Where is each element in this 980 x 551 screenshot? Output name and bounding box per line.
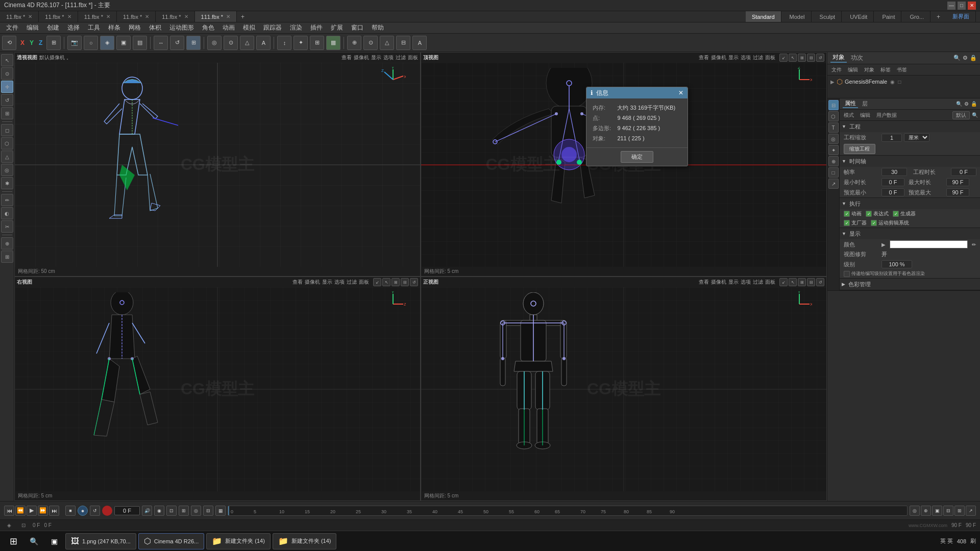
vp-br-ctrl1[interactable]: ↙ (779, 278, 788, 286)
rp-icon-t[interactable]: T (828, 122, 839, 133)
menu-volume[interactable]: 体积 (145, 22, 165, 34)
info-close-button[interactable]: ✕ (678, 89, 683, 96)
vp-bl-filter[interactable]: 过滤 (347, 279, 357, 286)
tool-select[interactable]: ↖ (1, 54, 13, 66)
tool-move[interactable]: ✛ (1, 81, 13, 93)
menu-character[interactable]: 角色 (198, 22, 218, 34)
section-display-header[interactable]: ▼ 显示 (840, 228, 980, 239)
rp-gear-icon[interactable]: ⚙ (963, 55, 968, 61)
btn-play[interactable]: ▶ (27, 506, 37, 516)
vp-tl-cam[interactable]: 摄像机 (354, 54, 369, 61)
section-timing-header[interactable]: ▼ 时间轴 (840, 156, 980, 167)
color-edit-icon[interactable]: ✏ (972, 242, 976, 247)
vp-bl-ctrl5[interactable]: ↺ (410, 278, 418, 286)
menu-help[interactable]: 帮助 (368, 22, 388, 34)
axis-x-toggle[interactable]: X (18, 39, 27, 46)
vp-tl-display[interactable]: 显示 (371, 54, 381, 61)
menu-spline[interactable]: 样条 (104, 22, 125, 34)
toolbar-snap1[interactable]: ⊕ (347, 36, 361, 50)
vp-bl-options[interactable]: 选项 (334, 279, 345, 286)
task-folder2[interactable]: 📁 新建文件夹 (14) (273, 533, 337, 549)
status-anim[interactable]: ⊡ (18, 520, 29, 531)
mode-tab-edit[interactable]: 编辑 (858, 112, 872, 119)
tool-rotate[interactable]: ↺ (1, 94, 13, 106)
menu-render[interactable]: 渲染 (286, 22, 306, 34)
toolbar-scale[interactable]: ⊞ (186, 36, 201, 50)
check-generator[interactable]: ✓ 生成器 (893, 210, 916, 217)
tool-t1[interactable]: ◻ (1, 124, 13, 136)
vp-tr-options[interactable]: 选项 (741, 54, 751, 61)
menu-tracker[interactable]: 跟踪器 (259, 22, 286, 34)
section-color-mgmt-header[interactable]: ▶ 色彩管理 (840, 279, 980, 290)
vp-br-ctrl3[interactable]: ⊞ (798, 278, 806, 286)
vp-tr-cam[interactable]: 摄像机 (711, 54, 726, 61)
min-dur-input[interactable] (881, 178, 904, 186)
shader-checkbox[interactable]: 传递给编写级别设置用于着色器渲染 (844, 270, 925, 277)
menu-mesh[interactable]: 网格 (125, 22, 145, 34)
toolbar-t6[interactable]: ✦ (293, 36, 308, 50)
menu-select[interactable]: 选择 (63, 22, 84, 34)
vp-bl-ctrl2[interactable]: ↖ (382, 278, 390, 286)
btn-end[interactable]: ⏭ (49, 506, 59, 516)
rp-tab-function[interactable]: 功次 (849, 54, 865, 62)
rp-icon-scene[interactable]: □ (828, 167, 839, 178)
vp-bl-ctrl1[interactable]: ↙ (373, 278, 381, 286)
tab-3[interactable]: 11.fbx *✕ (78, 11, 117, 22)
btn-timeline-expand[interactable]: ↗ (966, 506, 976, 516)
toolbar-t3[interactable]: △ (240, 36, 254, 50)
max-dur-input[interactable] (946, 178, 969, 186)
workspace-tab-standard[interactable]: Standard (746, 11, 781, 22)
btn-rec-dot[interactable] (102, 506, 112, 516)
tool-2[interactable]: ⊙ (1, 67, 13, 80)
toolbar-move[interactable]: ↔ (154, 36, 168, 50)
taskview-button[interactable]: ▣ (45, 532, 63, 550)
tab-4[interactable]: 11.fbx *✕ (117, 11, 156, 22)
tool-t5[interactable]: ✱ (1, 177, 13, 189)
section-engineering-header[interactable]: ▼ 工程 (840, 121, 980, 132)
btn-next[interactable]: ⏩ (38, 506, 48, 516)
check-deformer[interactable]: ✓ 支厂器 (844, 219, 867, 227)
rp-tab-object[interactable]: 对象 (830, 53, 847, 63)
vp-bl-display[interactable]: 显示 (322, 279, 332, 286)
tool-t3[interactable]: △ (1, 151, 13, 163)
tab-2[interactable]: 11.fbx *✕ (39, 11, 78, 22)
viewport-perspective[interactable]: 透视视图 默认摄像机 。 查看 摄像机 显示 选项 过滤 面板 (14, 52, 421, 277)
timeline-ruler[interactable]: 0 5 10 15 20 25 30 35 40 45 50 55 60 65 … (228, 506, 908, 516)
btn-t6[interactable]: ⊟ (203, 506, 213, 516)
tab-6[interactable]: 111.fbx *✕ (195, 11, 237, 22)
info-ok-button[interactable]: 确定 (621, 151, 653, 163)
obj-tab-edit[interactable]: 编辑 (846, 66, 860, 73)
btn-record[interactable]: ⏮ (4, 506, 14, 516)
vp-bl-panel[interactable]: 面板 (359, 279, 369, 286)
toolbar-wire[interactable]: ▤ (133, 36, 147, 50)
check-animation[interactable]: ✓ 动画 (844, 210, 862, 217)
btn-timeline-r1[interactable]: ◎ (910, 506, 920, 516)
tool-t4[interactable]: ◎ (1, 164, 13, 176)
vp-tl-options[interactable]: 选项 (383, 54, 394, 61)
toolbar-camera[interactable]: 📷 (67, 36, 82, 50)
color-swatch[interactable] (890, 240, 968, 248)
vp-tr-display[interactable]: 显示 (728, 54, 739, 61)
btn-timeline-r2[interactable]: ⊕ (921, 506, 931, 516)
vp-tl-filter[interactable]: 过滤 (396, 54, 406, 61)
menu-extend[interactable]: 扩展 (327, 22, 347, 34)
viewport-front[interactable]: 正视图 查看 摄像机 显示 选项 过滤 面板 ↙ ↖ ⊞ ⊟ ↺ (421, 277, 827, 501)
toolbar-undo[interactable]: ⟲ (2, 36, 16, 50)
toolbar-shade[interactable]: ▣ (116, 36, 131, 50)
expression-check[interactable]: ✓ (866, 211, 872, 217)
btn-t1[interactable]: 🔊 (142, 506, 152, 516)
animation-check[interactable]: ✓ (844, 211, 850, 217)
btn-rec[interactable]: ■ (65, 506, 76, 516)
taskbar-lang[interactable]: 英 英 (940, 537, 953, 545)
vp-br-cam[interactable]: 摄像机 (711, 279, 726, 286)
motion-check[interactable]: ✓ (871, 220, 877, 226)
vp-bl-ctrl4[interactable]: ⊟ (401, 278, 409, 286)
btn-t3[interactable]: ⊡ (166, 506, 177, 516)
tab-add-button[interactable]: + (237, 13, 249, 20)
obj-tab-obj[interactable]: 对象 (862, 66, 876, 73)
check-expression[interactable]: ✓ 表达式 (866, 210, 889, 217)
vp-bl-view[interactable]: 查看 (292, 279, 303, 286)
toolbar-snap3[interactable]: △ (380, 36, 394, 50)
toolbar-snap5[interactable]: A (412, 36, 427, 50)
tab-5[interactable]: 11.fbx *✕ (156, 11, 194, 22)
